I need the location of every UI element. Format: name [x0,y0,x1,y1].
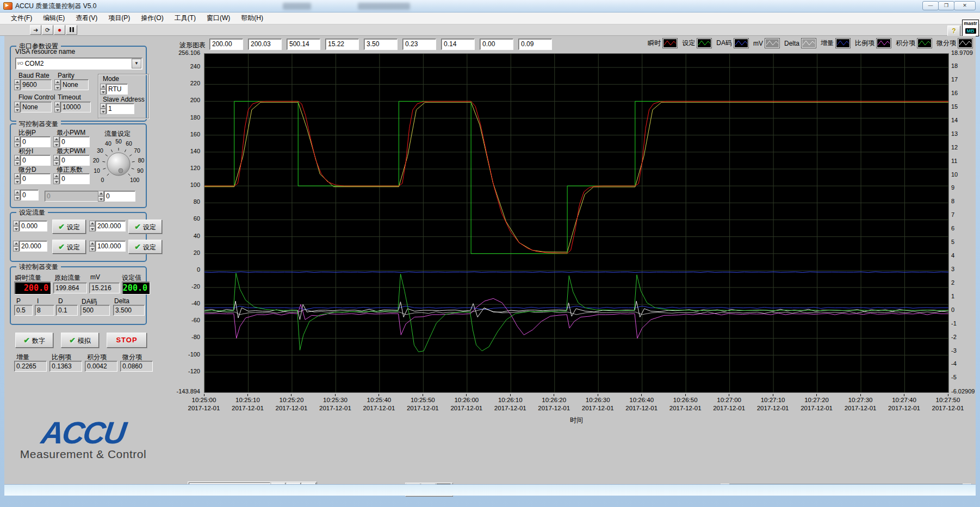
title-bar[interactable]: ACCU 质量流量控制器 V5.0 — ❐ ✕ [0,0,980,12]
d-gain-field[interactable]: 0 [20,173,51,184]
correction-spinner[interactable] [53,173,59,184]
extra-spinner[interactable] [14,190,20,201]
legend-item-瞬时[interactable]: 瞬时 [648,39,677,48]
legend-plot-icon[interactable] [697,39,711,48]
visa-resource-combo[interactable]: I/O COM2 ▼ [15,58,142,70]
setflow1-field[interactable]: 0.000 [19,221,47,231]
legend-item-微分项[interactable]: 微分项 [936,39,972,48]
legend-item-设定[interactable]: 设定 [682,39,711,48]
knob-value-field[interactable]: 0 [104,191,135,202]
menu-item-操作(O)[interactable]: 操作(O) [135,12,169,24]
set-button-1[interactable]: ✔设定 [52,220,86,234]
slave-address-label: Slave Address [103,96,145,103]
x-tick-time: 10:25:20 [267,397,316,403]
setflow2-field[interactable]: 200.000 [95,221,126,231]
legend-label: 设定 [682,39,695,48]
digital-button[interactable]: ✔数字 [15,333,53,348]
legend-item-Delta[interactable]: Delta [784,39,816,48]
setflow3-field[interactable]: 20.000 [19,241,47,252]
pause-button[interactable] [66,25,77,35]
extra-field[interactable]: 0 [20,190,39,201]
legend-item-DA码[interactable]: DA码 [716,39,748,48]
menu-item-项目(P)[interactable]: 项目(P) [103,12,135,24]
menu-item-帮助(H)[interactable]: 帮助(H) [235,12,269,24]
x-axis-labels: 10:25:002017-12-0110:25:102017-12-0110:2… [204,394,949,416]
parity-field[interactable]: None [60,79,89,90]
visa-value: COM2 [25,60,132,67]
analog-button[interactable]: ✔模拟 [61,333,99,348]
slave-address-field[interactable]: 1 [106,103,134,114]
x-tick-label: 10:26:402017-12-01 [617,394,666,411]
menu-item-窗口(W)[interactable]: 窗口(W) [201,12,235,24]
min-pwm-spinner[interactable] [53,136,59,147]
abort-button[interactable]: ● [54,25,65,35]
help-button[interactable]: ? [947,26,960,36]
svg-text:0: 0 [101,177,104,183]
i-gain-spinner[interactable] [14,155,20,166]
i-gain-field[interactable]: 0 [20,155,51,166]
menu-item-文件(F)[interactable]: 文件(F) [5,12,38,24]
max-pwm-spinner[interactable] [53,155,59,166]
legend-item-mV[interactable]: mV [753,39,779,48]
run-button[interactable]: ➜ [30,25,41,35]
setflow3-spinner[interactable] [13,241,19,252]
menu-item-工具(T)[interactable]: 工具(T) [169,12,201,24]
flow-control-field[interactable]: None [20,102,52,112]
legend-plot-icon[interactable] [663,39,677,48]
legend-plot-icon[interactable] [802,39,816,48]
p-gain-spinner[interactable] [14,136,20,147]
combo-dropdown-icon[interactable]: ▼ [132,59,141,68]
d-gain-spinner[interactable] [14,173,20,184]
set-button-3[interactable]: ✔设定 [52,240,86,254]
menu-item-查看(V)[interactable]: 查看(V) [70,12,103,24]
legend-plot-icon[interactable] [836,39,850,48]
stop-button[interactable]: STOP [107,333,147,348]
timeout-spinner[interactable] [54,102,60,112]
mode-spinner[interactable] [100,84,106,95]
plot-area[interactable] [204,53,949,393]
close-button[interactable]: ✕ [954,1,976,10]
check-icon: ✔ [69,336,76,345]
front-panel: 串口参数设置 VISA resource name I/O COM2 ▼ Bau… [4,36,976,496]
i-field: 8 [35,305,54,316]
y-left-tick-label: 200 [190,97,200,103]
restore-button[interactable]: ❐ [938,1,954,10]
timeout-field[interactable]: 10000 [60,102,91,112]
legend-label: 增量 [821,39,834,48]
flow-spinner[interactable] [14,102,20,112]
p-gain-field[interactable]: 0 [20,136,51,147]
set-button-2[interactable]: ✔设定 [128,220,162,234]
run-continuous-button[interactable]: ⟳ [42,25,53,35]
x-tick-time: 10:27:40 [880,397,929,403]
legend-item-比例项[interactable]: 比例项 [855,39,891,48]
legend-item-增量[interactable]: 增量 [821,39,850,48]
minimize-button[interactable]: — [922,1,939,10]
slave-spinner[interactable] [100,103,106,114]
svg-text:60: 60 [126,140,132,147]
legend-item-积分项[interactable]: 积分项 [896,39,932,48]
setflow4-field[interactable]: 100.000 [95,241,126,252]
setflow2-spinner[interactable] [89,221,95,231]
legend-plot-icon[interactable] [917,39,932,48]
menu-item-编辑(E)[interactable]: 编辑(E) [38,12,70,24]
baud-field[interactable]: 9600 [20,79,52,90]
legend-plot-icon[interactable] [877,39,891,48]
setflow4-spinner[interactable] [89,241,95,252]
plot-canvas[interactable] [204,54,948,392]
legend-plot-icon[interactable] [734,39,748,48]
x-tick-date: 2017-12-01 [311,405,359,411]
series-Delta [204,309,948,315]
y-right-tick-label: 2 [951,279,954,286]
setflow1-spinner[interactable] [13,221,19,231]
parity-spinner[interactable] [54,79,60,90]
set-button-4[interactable]: ✔设定 [128,240,162,254]
mode-field[interactable]: RTU [106,84,128,95]
app-icon [3,2,13,10]
baud-spinner[interactable] [14,79,20,90]
legend-plot-icon[interactable] [958,39,972,48]
y-right-tick-label: 6 [951,225,954,231]
legend-plot-icon[interactable] [765,39,779,48]
flow-setpoint-knob[interactable]: 0102030405060708090100 [85,136,152,189]
knob-value-spinner[interactable] [98,191,104,202]
x-tick-time: 10:25:10 [223,397,272,403]
